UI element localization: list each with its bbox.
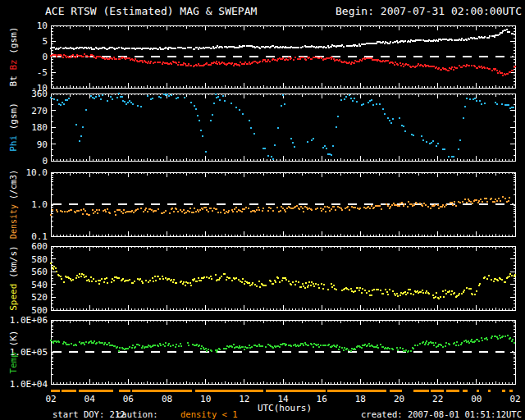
caution-strip: [51, 390, 513, 392]
panel-frame: [51, 94, 515, 161]
series-speed: [50, 262, 516, 299]
ylabel-phi: Phi (gsm): [8, 103, 19, 152]
xtick-label: 08: [162, 394, 172, 404]
x-axis-title: UTC(hours): [258, 403, 312, 413]
caution-label: caution:: [116, 409, 158, 419]
series-phi: [50, 93, 514, 160]
ytick-label-phi: 180: [31, 122, 48, 133]
ytick-label-mag: 5: [42, 36, 48, 47]
xtick-label: 12: [239, 394, 249, 404]
chart-svg: 1050-5-10Bt Bz (gsm)360270180900Phi (gsm…: [0, 0, 525, 420]
xtick-label: 06: [123, 394, 134, 404]
xtick-label: 10: [200, 394, 211, 404]
ytick-label-mag: -5: [37, 67, 48, 78]
ylabel-temp: Temp (K): [8, 331, 19, 374]
panel-phi: 360270180900Phi (gsm): [8, 89, 515, 167]
xtick-label: 18: [355, 394, 366, 404]
series-bt: [50, 29, 516, 50]
xtick-label: 00: [471, 394, 482, 404]
xtick-label: 02: [45, 394, 56, 404]
ylabel-density: Density (/cm3): [9, 170, 18, 239]
created-timestamp: created: 2007-08-01 01:51:12UTC: [361, 409, 522, 419]
ytick-label-mag: 10: [37, 21, 48, 31]
ylabel-mag: Bt Bz (gsm): [8, 27, 19, 87]
panel-density: 10.01.00.1Density (/cm3): [9, 167, 515, 242]
ytick-label-speed: 580: [31, 254, 48, 265]
ytick-label-speed: 560: [31, 267, 48, 277]
caution-density-value: density < 1: [180, 409, 238, 419]
ytick-label-temp: 1.0E+04: [10, 379, 48, 390]
xtick-label: 04: [84, 394, 96, 404]
ytick-label-density: 1.0: [31, 199, 48, 210]
panel-speed: 600580560540520500Speed (km/s): [8, 241, 516, 316]
xtick-label: 20: [394, 394, 404, 404]
series-density: [50, 196, 510, 216]
ytick-label-phi: 270: [31, 106, 48, 116]
series-temp: [50, 335, 515, 353]
panel-mag: 1050-5-10Bt Bz (gsm): [8, 21, 516, 94]
ytick-label-speed: 520: [31, 292, 48, 303]
xtick-label: 22: [432, 394, 443, 404]
ytick-label-mag: 0: [42, 52, 48, 62]
xtick-label: 02: [509, 394, 520, 404]
ytick-label-phi: 90: [37, 139, 48, 150]
ytick-label-phi: 360: [31, 89, 48, 99]
ylabel-speed: Speed (km/s): [8, 245, 19, 311]
ytick-label-speed: 540: [31, 280, 48, 290]
xtick-label: 16: [317, 394, 327, 404]
ytick-label-phi: 0: [42, 156, 48, 167]
ytick-label-speed: 600: [31, 241, 48, 252]
panel-temp: 1.0E+061.0E+051.0E+04Temp (K): [8, 315, 515, 390]
ytick-label-density: 10.0: [26, 167, 48, 178]
ytick-label-temp: 1.0E+06: [10, 315, 48, 326]
ace-rtsw-screen: ACE RTSW (Estimated) MAG & SWEPAM Begin:…: [0, 0, 525, 420]
start-doy-label: start DOY: 212: [52, 409, 126, 419]
